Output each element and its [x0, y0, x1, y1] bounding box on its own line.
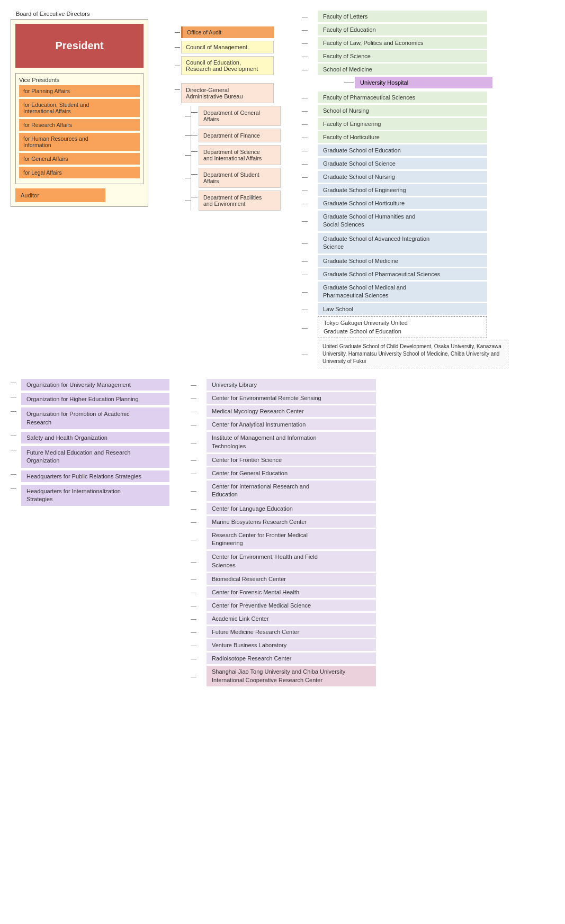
faculty-law-box: Faculty of Law, Politics and Economics	[318, 37, 487, 49]
center-env-remote: Center for Environmental Remote Sensing	[191, 392, 554, 404]
school-medicine-box: School of Medicine	[318, 64, 487, 75]
faculty-science-box: Faculty of Science	[318, 50, 487, 62]
grad-med-pharma: Graduate School of Medical andPharmaceut…	[302, 282, 554, 302]
board-label: Board of Executive Directors	[16, 11, 164, 17]
grad-humanities-box: Graduate School of Humanities andSocial …	[318, 211, 487, 231]
academic-link-box: Academic Link Center	[207, 613, 376, 624]
institute-mgmt: Institute of Management and InformationT…	[191, 432, 554, 452]
tokyo-gakugei-box: Tokyo Gakugei University UnitedGraduate …	[318, 316, 487, 338]
center-forensic-box: Center for Forensic Mental Health	[207, 586, 376, 598]
org-promotion: Organization for Promotion of AcademicRe…	[11, 407, 180, 429]
bottom-section: Organization for University Management O…	[11, 379, 554, 686]
institute-mgmt-box: Institute of Management and InformationT…	[207, 432, 376, 452]
right-column: Faculty of Letters Faculty of Education …	[286, 11, 554, 368]
bottom-left: Organization for University Management O…	[11, 379, 180, 686]
dept-group: Department of GeneralAffairs Department …	[191, 106, 286, 211]
director-general: Director-GeneralAdministrative Bureau	[181, 83, 274, 103]
univ-library: University Library	[191, 379, 554, 391]
president-box: President	[15, 24, 144, 68]
grad-engineering: Graduate School of Engineering	[302, 184, 554, 196]
office-of-audit: Office of Audit	[181, 26, 274, 38]
center-env-remote-box: Center for Environmental Remote Sensing	[207, 392, 376, 404]
council-education: Council of Education,Research and Develo…	[181, 56, 274, 75]
venture-biz: Venture Business Laboratory	[191, 639, 554, 651]
center-language: Center for Language Education	[191, 503, 554, 514]
faculty-pharma: Faculty of Pharmaceutical Sciences	[302, 92, 554, 103]
faculty-law: Faculty of Law, Politics and Economics	[302, 37, 554, 49]
biomedical-research: Biomedical Research Center	[191, 573, 554, 585]
grad-nursing-box: Graduate School of Nursing	[318, 171, 487, 183]
org-pr: Headquarters for Public Relations Strate…	[11, 470, 180, 482]
faculty-science: Faculty of Science	[302, 50, 554, 62]
academic-link: Academic Link Center	[191, 613, 554, 624]
research-frontier-med-box: Research Center for Frontier MedicalEngi…	[207, 529, 376, 550]
middle-column: Office of Audit Council of Management Co…	[164, 11, 286, 368]
faculty-horticulture-box: Faculty of Horticulture	[318, 131, 487, 143]
center-preventive-box: Center for Preventive Medical Science	[207, 600, 376, 611]
vp-planning: for Planning Affairs	[19, 85, 140, 97]
org-future-med-box: Future Medical Education and ResearchOrg…	[21, 446, 169, 468]
center-language-box: Center for Language Education	[207, 503, 376, 514]
center-frontier-box: Center for Frontier Science	[207, 454, 376, 466]
grad-engineering-box: Graduate School of Engineering	[318, 184, 487, 196]
faculty-education: Faculty of Education	[302, 24, 554, 35]
vp-label: Vice Presidents	[19, 77, 140, 83]
law-school-box: Law School	[318, 303, 487, 315]
grad-science: Graduate School of Science	[302, 158, 554, 169]
vp-research: for Research Affairs	[19, 119, 140, 131]
council-management: Council of Management	[181, 41, 274, 53]
university-hospital: University Hospital	[355, 77, 492, 88]
grad-integration: Graduate School of Advanced IntegrationS…	[302, 233, 554, 253]
center-frontier: Center for Frontier Science	[191, 454, 554, 466]
center-intl-research-box: Center for International Research andEdu…	[207, 481, 376, 501]
grad-science-box: Graduate School of Science	[318, 158, 487, 169]
org-intl: Headquarters for InternationalizationStr…	[11, 485, 180, 506]
future-medicine: Future Medicine Research Center	[191, 626, 554, 638]
law-school: Law School	[302, 303, 554, 315]
president-wrapper: President Vice Presidents for Planning A…	[11, 19, 148, 207]
tokyo-gakugei: Tokyo Gakugei University UnitedGraduate …	[302, 316, 554, 338]
vp-hr: for Human Resources andInformation	[19, 133, 140, 151]
org-higher-edu-box: Organization for Higher Education Planni…	[21, 393, 169, 405]
grad-pharma: Graduate School of Pharmaceutical Scienc…	[302, 268, 554, 280]
radioisotope: Radioisotope Research Center	[191, 653, 554, 664]
grad-integration-box: Graduate School of Advanced IntegrationS…	[318, 233, 487, 253]
med-mycology-box: Medical Mycology Research Center	[207, 405, 376, 417]
vp-general: for General Affairs	[19, 153, 140, 165]
school-nursing-box: School of Nursing	[318, 105, 487, 116]
center-env-health: Center for Environment, Health and Field…	[191, 551, 554, 572]
centers-list: University Library Center for Environmen…	[191, 379, 554, 686]
shanghai-coop: Shanghai Jiao Tong University and Chiba …	[191, 666, 554, 686]
faculty-letters: Faculty of Letters	[302, 11, 554, 22]
dept-science-intl: Department of Scienceand International A…	[199, 145, 281, 165]
grad-horticulture-box: Graduate School of Horticulture	[318, 197, 487, 209]
faculty-engineering-box: Faculty of Engineering	[318, 118, 487, 130]
grad-nursing: Graduate School of Nursing	[302, 171, 554, 183]
org-safety: Safety and Health Organization	[11, 432, 180, 443]
grad-humanities: Graduate School of Humanities andSocial …	[302, 211, 554, 231]
dept-student-affairs: Department of StudentAffairs	[199, 168, 281, 188]
grad-education: Graduate School of Education	[302, 144, 554, 156]
org-univ-mgmt: Organization for University Management	[11, 379, 180, 391]
center-analytical-box: Center for Analytical Instrumentation	[207, 419, 376, 430]
org-univ-mgmt-box: Organization for University Management	[21, 379, 169, 391]
vp-education: for Education, Student andInternational …	[19, 99, 140, 117]
marine-biosystems-box: Marine Biosystems Research Center	[207, 516, 376, 528]
grad-horticulture: Graduate School of Horticulture	[302, 197, 554, 209]
grad-medicine: Graduate School of Medicine	[302, 255, 554, 267]
center-general-edu: Center for General Education	[191, 467, 554, 479]
org-higher-edu: Organization for Higher Education Planni…	[11, 393, 180, 405]
shanghai-coop-box: Shanghai Jiao Tong University and Chiba …	[207, 666, 376, 686]
univ-library-box: University Library	[207, 379, 376, 391]
marine-biosystems: Marine Biosystems Research Center	[191, 516, 554, 528]
research-frontier-med: Research Center for Frontier MedicalEngi…	[191, 529, 554, 550]
center-intl-research: Center for International Research andEdu…	[191, 481, 554, 501]
united-grad-box: United Graduate School of Child Developm…	[318, 340, 508, 368]
venture-biz-box: Venture Business Laboratory	[207, 639, 376, 651]
bottom-right: University Library Center for Environmen…	[191, 379, 554, 686]
school-nursing: School of Nursing	[302, 105, 554, 116]
org-promotion-box: Organization for Promotion of AcademicRe…	[21, 407, 169, 429]
grad-pharma-box: Graduate School of Pharmaceutical Scienc…	[318, 268, 487, 280]
radioisotope-box: Radioisotope Research Center	[207, 653, 376, 664]
org-intl-box: Headquarters for InternationalizationStr…	[21, 485, 169, 506]
